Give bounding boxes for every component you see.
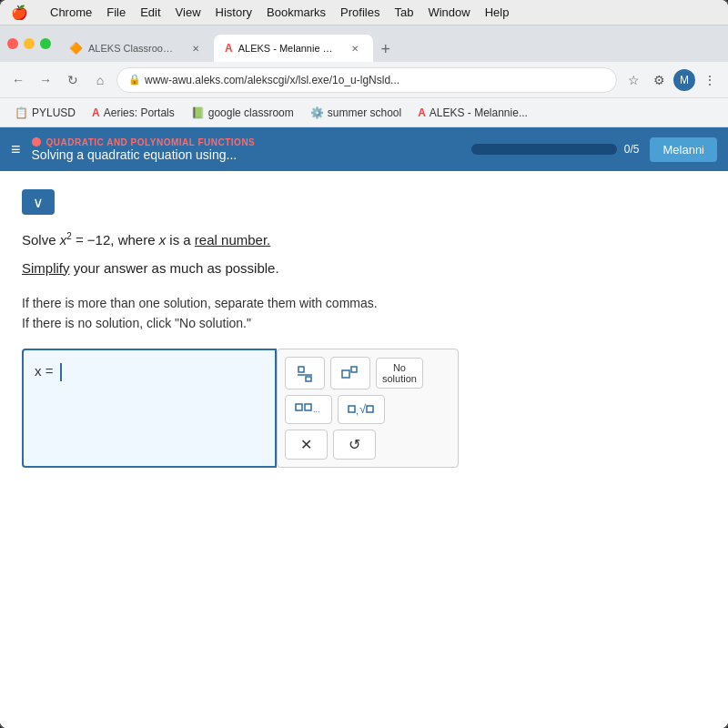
bookmark-label-summer: summer school (328, 106, 401, 119)
bookmark-star-button[interactable]: ☆ (622, 69, 644, 91)
svg-text:,: , (356, 405, 359, 416)
bookmark-favicon-aleks: A (418, 106, 426, 119)
topic-indicator (32, 137, 41, 147)
undo-button[interactable]: ↺ (333, 430, 376, 460)
tab-close-2[interactable]: ✕ (348, 41, 362, 56)
tab-aleks-classroom[interactable]: 🔶 ALEKS Classroom Link ✕ (58, 35, 214, 62)
answer-section: x = (22, 349, 706, 468)
menu-chrome[interactable]: Chrome (50, 5, 92, 19)
bookmark-favicon-google: 📗 (191, 106, 205, 119)
svg-rect-4 (351, 367, 357, 372)
bookmark-label-pylusd: PYLUSD (32, 106, 76, 119)
instructions: If there is more than one solution, sepa… (22, 293, 706, 334)
menu-bookmarks[interactable]: Bookmarks (267, 5, 326, 19)
macos-menubar: 🍎 Chrome File Edit View History Bookmark… (0, 0, 728, 25)
tab-label-2: ALEKS - Melannie Pina - Learn (238, 43, 339, 54)
answer-input-area[interactable]: x = (22, 349, 277, 468)
problem-area: ∨ Solve x2 = −12, where x is a real numb… (0, 171, 728, 728)
svg-rect-0 (298, 367, 304, 372)
menu-help[interactable]: Help (485, 5, 510, 19)
bookmark-favicon-aeries: A (92, 106, 100, 119)
menu-edit[interactable]: Edit (140, 5, 160, 19)
bookmark-pylusd[interactable]: 📋 PYLUSD (7, 104, 83, 122)
topic-category-label: QUADRATIC AND POLYNOMIAL FUNCTIONS (46, 137, 256, 147)
aleks-user-button[interactable]: Melanni (650, 137, 717, 162)
bookmark-aleks[interactable]: A ALEKS - Melannie... (410, 104, 535, 122)
address-bar: ← → ↻ ⌂ 🔒 www-awu.aleks.com/alekscgi/x/l… (0, 62, 728, 98)
math-keyboard: Nosolution ... (277, 349, 459, 468)
svg-rect-3 (342, 370, 349, 378)
bookmark-label-aleks: ALEKS - Melannie... (430, 106, 528, 119)
tabs-container: 🔶 ALEKS Classroom Link ✕ A ALEKS - Melan… (58, 25, 721, 62)
bookmarks-bar: 📋 PYLUSD A Aeries: Portals 📗 google clas… (0, 98, 728, 127)
tab-close-1[interactable]: ✕ (188, 41, 203, 56)
menu-button[interactable]: ⋮ (699, 69, 721, 91)
fraction-button[interactable] (285, 357, 325, 389)
instruction-line-1: If there is more than one solution, sepa… (22, 293, 706, 313)
svg-text:...: ... (313, 405, 320, 414)
progress-bar (471, 144, 617, 155)
address-text: www-awu.aleks.com/alekscgi/x/lsl.exe/1o_… (145, 74, 399, 86)
svg-rect-2 (306, 377, 311, 381)
svg-text:√: √ (359, 402, 367, 416)
tab-bar: 🔶 ALEKS Classroom Link ✕ A ALEKS - Melan… (0, 25, 728, 62)
sqrt-button[interactable]: , √ (338, 395, 385, 424)
menu-view[interactable]: View (176, 5, 201, 19)
list-button[interactable]: ... (285, 395, 332, 424)
bookmark-aeries[interactable]: A Aeries: Portals (85, 104, 182, 122)
apple-menu[interactable]: 🍎 (11, 5, 28, 21)
keyboard-row-1: Nosolution (285, 357, 450, 389)
aleks-content: ≡ QUADRATIC AND POLYNOMIAL FUNCTIONS Sol… (0, 127, 728, 728)
progress-text: 0/5 (624, 143, 640, 156)
hamburger-menu-button[interactable]: ≡ (11, 140, 21, 159)
extension-button[interactable]: ⚙ (648, 69, 670, 91)
superscript-button[interactable] (330, 357, 370, 389)
tab-favicon-1: 🔶 (69, 42, 83, 55)
maximize-window-button[interactable] (40, 38, 51, 49)
aleks-header: ≡ QUADRATIC AND POLYNOMIAL FUNCTIONS Sol… (0, 127, 728, 171)
home-button[interactable]: ⌂ (89, 69, 111, 91)
no-solution-button[interactable]: Nosolution (376, 358, 423, 389)
new-tab-button[interactable]: + (373, 36, 399, 62)
menubar-items: Chrome File Edit View History Bookmarks … (50, 5, 509, 19)
real-number-link[interactable]: real number. (195, 232, 270, 248)
close-window-button[interactable] (7, 38, 18, 49)
menu-history[interactable]: History (216, 5, 252, 19)
bookmark-favicon-pylusd: 📋 (15, 106, 28, 119)
keyboard-row-3: ✕ ↺ (285, 430, 450, 460)
svg-rect-8 (349, 406, 355, 412)
clear-button[interactable]: ✕ (285, 430, 328, 460)
dropdown-button[interactable]: ∨ (22, 189, 55, 215)
bookmark-label-google: google classroom (208, 106, 294, 119)
minimize-window-button[interactable] (24, 38, 35, 49)
window-controls (7, 38, 51, 49)
menu-window[interactable]: Window (428, 5, 470, 19)
menu-tab[interactable]: Tab (394, 5, 413, 19)
address-input[interactable]: 🔒 www-awu.aleks.com/alekscgi/x/lsl.exe/1… (116, 67, 617, 93)
bookmark-summer-school[interactable]: ⚙️ summer school (303, 104, 409, 122)
topic-title-label: Solving a quadratic equation using... (32, 147, 460, 162)
bookmark-google-classroom[interactable]: 📗 google classroom (184, 104, 301, 122)
profile-button[interactable]: M (673, 69, 695, 91)
menu-file[interactable]: File (106, 5, 126, 19)
keyboard-row-2: ... , √ (285, 395, 450, 424)
instruction-line-2: If there is no solution, click "No solut… (22, 313, 706, 333)
aleks-progress: 0/5 (471, 143, 640, 156)
lock-icon: 🔒 (128, 74, 141, 86)
x-equals-label: x = (35, 363, 53, 379)
browser-icons: ☆ ⚙ M ⋮ (622, 69, 721, 91)
back-button[interactable]: ← (7, 69, 29, 91)
menu-profiles[interactable]: Profiles (340, 5, 379, 19)
tab-favicon-2: A (225, 42, 233, 55)
bookmark-favicon-summer: ⚙️ (310, 106, 324, 119)
aleks-topic: QUADRATIC AND POLYNOMIAL FUNCTIONS Solvi… (32, 137, 460, 162)
bookmark-label-aeries: Aeries: Portals (104, 106, 175, 119)
forward-button[interactable]: → (35, 69, 56, 91)
tab-aleks-learn[interactable]: A ALEKS - Melannie Pina - Learn ✕ (214, 35, 373, 62)
text-cursor (60, 363, 62, 381)
svg-rect-6 (305, 404, 311, 410)
svg-rect-5 (296, 404, 302, 410)
chrome-browser: 🔶 ALEKS Classroom Link ✕ A ALEKS - Melan… (0, 25, 728, 728)
reload-button[interactable]: ↻ (62, 69, 84, 91)
simplify-instruction: Simplify your answer as much as possible… (22, 258, 706, 279)
